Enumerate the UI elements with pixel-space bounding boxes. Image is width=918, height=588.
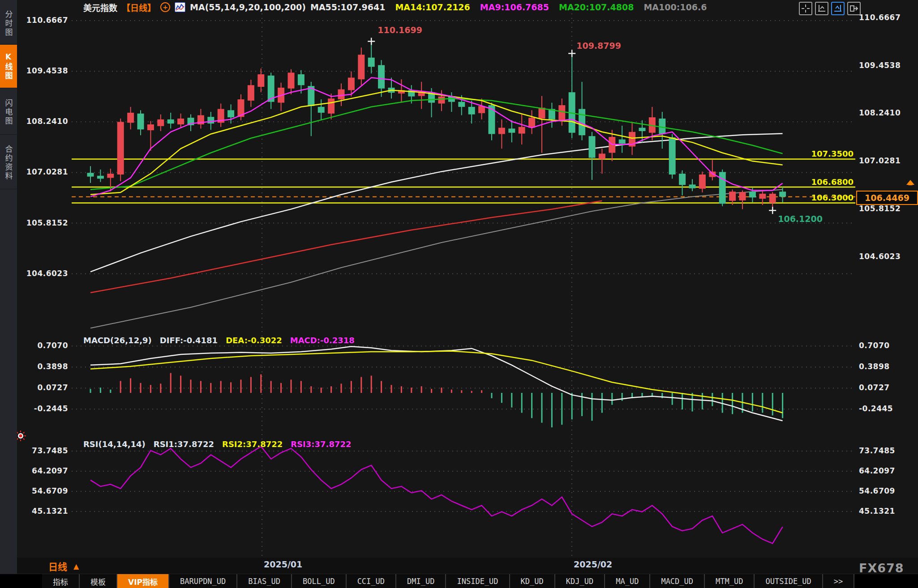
candle-body[interactable] xyxy=(338,89,345,99)
candle-body[interactable] xyxy=(177,119,184,124)
candle-body[interactable] xyxy=(288,72,295,88)
candle-body[interactable] xyxy=(659,119,665,134)
candle-body[interactable] xyxy=(137,114,144,129)
indicator-tab[interactable]: MTM_UD xyxy=(705,574,755,588)
indicator-tab[interactable]: BIAS_UD xyxy=(237,574,292,588)
popout-icon[interactable] xyxy=(847,2,861,15)
candle-body[interactable] xyxy=(599,153,605,159)
add-compare-icon[interactable] xyxy=(160,2,170,12)
candle-body[interactable] xyxy=(438,96,445,103)
candle-body[interactable] xyxy=(378,65,385,89)
candle-body[interactable] xyxy=(498,128,505,134)
indicator-tab[interactable]: VIP指标 xyxy=(117,574,169,588)
candle-body[interactable] xyxy=(107,174,114,178)
low-annotation: 106.1200 xyxy=(778,214,823,224)
indicator-tab[interactable]: KD_UD xyxy=(510,574,555,588)
indicator-tab[interactable]: 指标 xyxy=(42,574,80,588)
price-axis-label-left: 105.8152 xyxy=(18,218,68,227)
sidebar-tab-1[interactable]: 分时图 xyxy=(0,4,17,44)
period-tag[interactable]: 【日线】 xyxy=(122,1,156,13)
indicator-tab[interactable]: DMI_UD xyxy=(396,574,446,588)
candle-body[interactable] xyxy=(458,102,465,107)
period-row: 日线 xyxy=(17,558,918,574)
price-axis-label-right: 107.0281 xyxy=(859,156,901,165)
candle-body[interactable] xyxy=(368,58,375,67)
candle-body[interactable] xyxy=(97,176,104,179)
candle-body[interactable] xyxy=(679,174,686,185)
candle-body[interactable] xyxy=(508,128,515,132)
indicator-tab[interactable]: MA_UD xyxy=(605,574,650,588)
price-axis-label-left: 109.4538 xyxy=(18,66,68,75)
dropdown-up-arrow-icon xyxy=(73,562,79,571)
price-axis-label-left: 108.2410 xyxy=(18,117,68,126)
sidebar-tab-4[interactable]: 合约资料 xyxy=(0,137,17,189)
candle-body[interactable] xyxy=(358,55,365,79)
candle-body[interactable] xyxy=(328,98,335,114)
indicator-tab[interactable]: >> xyxy=(823,574,854,588)
sidebar-tab-3[interactable]: 闪电图 xyxy=(0,90,17,135)
indicator-tab-bar: 指标模板VIP指标BARUPDN_UDBIAS_UDBOLL_UDCCI_UDD… xyxy=(0,574,918,588)
ma-value-label: MA100:106.6 xyxy=(643,2,707,12)
candle-body[interactable] xyxy=(689,184,696,188)
chart-app: 分时图K线图闪电图合约资料 美元指数 【日线】 MA(55,14,9,20,10… xyxy=(0,0,918,588)
indicator-tab[interactable]: BARUPDN_UD xyxy=(169,574,237,588)
period-selector[interactable]: 日线 xyxy=(48,559,79,573)
candle-body[interactable] xyxy=(127,113,134,123)
macd-axis-label-right: 0.0727 xyxy=(859,383,890,392)
x-axis-label: 2025/01 xyxy=(264,559,302,569)
indicator-tab[interactable]: BOLL_UD xyxy=(292,574,347,588)
ma-settings-label[interactable]: MA(55,14,9,20,100,200) xyxy=(190,2,306,12)
watermark: FX678 xyxy=(859,561,904,575)
rsi-header-item: RSI3:37.8722 xyxy=(291,439,351,449)
candle-body[interactable] xyxy=(468,107,475,115)
candle-body[interactable] xyxy=(519,127,525,134)
rsi-header-item: RSI1:37.8722 xyxy=(154,439,214,449)
candle-body[interactable] xyxy=(227,110,234,117)
candle-body[interactable] xyxy=(589,136,596,158)
axis-left-icon[interactable] xyxy=(815,2,828,15)
indicator-tab[interactable]: KDJ_UD xyxy=(555,574,605,588)
macd-axis-label-left: 0.3898 xyxy=(18,362,68,371)
rsi-axis-label-right: 54.6709 xyxy=(859,486,895,495)
rsi-axis-label-right: 45.1321 xyxy=(859,507,895,516)
indicator-tab[interactable]: 模板 xyxy=(80,574,117,588)
candle-body[interactable] xyxy=(167,119,174,124)
candle-body[interactable] xyxy=(248,85,254,101)
candle-body[interactable] xyxy=(639,128,646,131)
candle-body[interactable] xyxy=(619,140,626,144)
axis-right-icon[interactable] xyxy=(831,2,845,15)
price-axis-label-left: 110.6667 xyxy=(18,16,68,25)
indicator-tab[interactable]: MACD_UD xyxy=(650,574,705,588)
indicator-tab[interactable]: CCI_UD xyxy=(347,574,396,588)
sidebar-tab-2[interactable]: K线图 xyxy=(0,45,17,88)
candle-body[interactable] xyxy=(669,137,676,175)
rsi-axis-label-left: 45.1321 xyxy=(18,507,68,516)
candle-body[interactable] xyxy=(257,74,264,87)
candle-body[interactable] xyxy=(117,122,124,175)
candle-body[interactable] xyxy=(348,78,355,90)
symbol-title: 美元指数 xyxy=(83,1,117,13)
candle-body[interactable] xyxy=(528,118,535,128)
chart-canvas[interactable] xyxy=(0,0,918,588)
rsi-axis-label-right: 73.7485 xyxy=(859,446,895,455)
chart-type-icon[interactable] xyxy=(175,2,185,12)
indicator-tab[interactable]: INSIDE_UD xyxy=(446,574,510,588)
sidebar: 分时图K线图闪电图合约资料 xyxy=(0,0,17,588)
macd-axis-label-left: 0.0727 xyxy=(18,383,68,392)
macd-header-item: DEA:-0.3022 xyxy=(226,336,282,345)
chart-toolbar xyxy=(799,2,861,15)
candle-body[interactable] xyxy=(147,124,154,130)
rsi-header-item: RSI(14,14,14) xyxy=(83,439,146,449)
candle-body[interactable] xyxy=(207,117,214,124)
candle-body[interactable] xyxy=(318,107,325,113)
candle-body[interactable] xyxy=(157,119,164,126)
macd-header: MACD(26,12,9)DIFF:-0.4181DEA:-0.3022MACD… xyxy=(83,336,355,345)
crosshair-icon[interactable] xyxy=(799,2,812,15)
candle-body[interactable] xyxy=(558,105,565,120)
price-axis-label-right: 104.6023 xyxy=(859,252,901,261)
price-up-caret-inner-icon xyxy=(908,182,913,185)
candle-body[interactable] xyxy=(87,173,94,176)
rsi-header: RSI(14,14,14)RSI1:37.8722RSI2:37.8722RSI… xyxy=(83,439,352,449)
candle-body[interactable] xyxy=(298,74,305,85)
indicator-tab[interactable]: OUTSIDE_UD xyxy=(755,574,823,588)
